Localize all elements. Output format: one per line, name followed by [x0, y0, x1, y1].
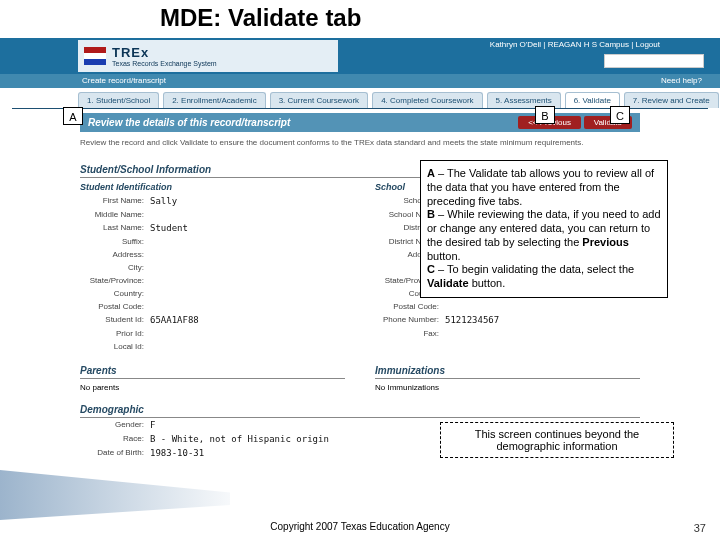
tab-6[interactable]: 7. Review and Create — [624, 92, 719, 108]
student-middle_name-label: Middle Name: — [80, 210, 150, 219]
copyright-text: Copyright 2007 Texas Education Agency — [0, 521, 720, 532]
student-last_name-value: Student — [150, 223, 345, 233]
school-fax-value — [445, 329, 640, 338]
student-middle_name-value — [150, 210, 345, 219]
immunizations-value: No Immunizations — [375, 379, 640, 396]
callout-c-label: C — [427, 263, 435, 275]
callout-b-bold: Previous — [582, 236, 628, 248]
student-suffix-label: Suffix: — [80, 237, 150, 246]
school-postal: Postal Code: — [375, 300, 640, 313]
student-student_id: Student Id:65AA1AF88 — [80, 313, 345, 327]
brand-logo: TREx Texas Records Exchange System — [78, 40, 338, 72]
student-suffix-value — [150, 237, 345, 246]
student-country-label: Country: — [80, 289, 150, 298]
student-local_id: Local Id: — [80, 340, 345, 353]
demographic-race-label: Race: — [80, 434, 150, 444]
section-immunizations: Immunizations — [375, 363, 640, 379]
callout-a-body: – The Validate tab allows you to review … — [427, 167, 654, 207]
page-number: 37 — [694, 522, 706, 534]
school-postal-value — [445, 302, 640, 311]
student-prior_id: Prior Id: — [80, 327, 345, 340]
need-help-link[interactable]: Need help? — [661, 74, 702, 88]
student-postal: Postal Code: — [80, 300, 345, 313]
demographic-dob-label: Date of Birth: — [80, 448, 150, 458]
student-address-value — [150, 250, 345, 259]
student-prior_id-value — [150, 329, 345, 338]
callout-marker-a: A — [63, 107, 83, 125]
callout-marker-b: B — [535, 106, 555, 124]
instructions-text: Review the record and click Validate to … — [80, 132, 640, 160]
callout-c-body: – To begin validating the data, select t… — [435, 263, 634, 275]
student-suffix: Suffix: — [80, 235, 345, 248]
student-postal-value — [150, 302, 345, 311]
student-postal-label: Postal Code: — [80, 302, 150, 311]
school-postal-label: Postal Code: — [375, 302, 445, 311]
student-address: Address: — [80, 248, 345, 261]
demographic-gender-value: F — [150, 420, 416, 430]
brand-subtitle: Texas Records Exchange System — [112, 60, 217, 67]
slide-title: MDE: Validate tab — [0, 0, 720, 38]
callout-a-label: A — [427, 167, 435, 179]
demographic-race: Race:B - White, not of Hispanic origin — [80, 432, 416, 446]
student-city-value — [150, 263, 345, 272]
school-phone: Phone Number:5121234567 — [375, 313, 640, 327]
student-local_id-label: Local Id: — [80, 342, 150, 351]
callout-b-tail: button. — [427, 250, 461, 262]
student-state: State/Province: — [80, 274, 345, 287]
callout-explanation: A – The Validate tab allows you to revie… — [420, 160, 668, 298]
texas-flag-icon — [84, 47, 106, 65]
student-student_id-label: Student Id: — [80, 315, 150, 325]
demographic-fields: Gender:FRace:B - White, not of Hispanic … — [80, 418, 416, 460]
student-country: Country: — [80, 287, 345, 300]
student-first_name-value: Sally — [150, 196, 345, 206]
breadcrumb: Create record/transcript Need help? — [0, 74, 720, 88]
school-phone-label: Phone Number: — [375, 315, 445, 325]
student-state-value — [150, 276, 345, 285]
tab-3[interactable]: 4. Completed Coursework — [372, 92, 482, 108]
student-first_name: First Name:Sally — [80, 194, 345, 208]
callout-c-tail: button. — [469, 277, 506, 289]
decorative-swoosh — [0, 470, 230, 520]
student-fields: First Name:SallyMiddle Name:Last Name:St… — [80, 194, 345, 353]
demographic-race-value: B - White, not of Hispanic origin — [150, 434, 416, 444]
student-student_id-value: 65AA1AF88 — [150, 315, 345, 325]
callout-marker-c: C — [610, 106, 630, 124]
student-city-label: City: — [80, 263, 150, 272]
tab-bar: 1. Student/School2. Enrollment/Academic3… — [0, 88, 720, 108]
subsection-student-id: Student Identification — [80, 178, 345, 194]
user-info-label: Kathryn O'Dell | REAGAN H S Campus | Log… — [490, 40, 660, 49]
tab-2[interactable]: 3. Current Coursework — [270, 92, 368, 108]
callout-b-label: B — [427, 208, 435, 220]
student-address-label: Address: — [80, 250, 150, 259]
student-local_id-value — [150, 342, 345, 351]
demographic-dob: Date of Birth:1983-10-31 — [80, 446, 416, 460]
tab-0[interactable]: 1. Student/School — [78, 92, 159, 108]
school-phone-value: 5121234567 — [445, 315, 640, 325]
section-demographic: Demographic — [80, 402, 640, 418]
student-city: City: — [80, 261, 345, 274]
review-title: Review the details of this record/transc… — [88, 117, 290, 128]
tab-1[interactable]: 2. Enrollment/Academic — [163, 92, 265, 108]
breadcrumb-text: Create record/transcript — [82, 76, 166, 85]
callout-c-bold: Validate — [427, 277, 469, 289]
student-last_name-label: Last Name: — [80, 223, 150, 233]
student-last_name: Last Name:Student — [80, 221, 345, 235]
student-state-label: State/Province: — [80, 276, 150, 285]
demographic-dob-value: 1983-10-31 — [150, 448, 416, 458]
student-first_name-label: First Name: — [80, 196, 150, 206]
student-country-value — [150, 289, 345, 298]
school-fax-label: Fax: — [375, 329, 445, 338]
student-prior_id-label: Prior Id: — [80, 329, 150, 338]
review-bar: Review the details of this record/transc… — [80, 113, 640, 132]
parents-value: No parents — [80, 379, 345, 396]
brand-code: TREx — [112, 45, 217, 60]
demographic-gender: Gender:F — [80, 418, 416, 432]
student-middle_name: Middle Name: — [80, 208, 345, 221]
search-input[interactable] — [604, 54, 704, 68]
school-fax: Fax: — [375, 327, 640, 340]
demographic-gender-label: Gender: — [80, 420, 150, 430]
section-parents: Parents — [80, 363, 345, 379]
continuation-note: This screen continues beyond the demogra… — [440, 422, 674, 458]
app-header: TREx Texas Records Exchange System Kathr… — [0, 38, 720, 74]
